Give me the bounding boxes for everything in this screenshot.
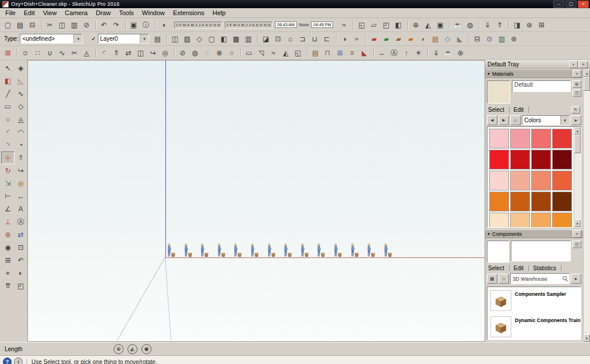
material-green-icon[interactable]: ▰ [380,33,393,45]
shadow-time-end[interactable]: 04:45 PM [311,22,333,28]
share-model-icon[interactable]: ⇑ [493,19,506,31]
menu-item[interactable]: View [39,9,61,16]
color-swatch[interactable] [552,192,572,211]
rotated-rectangle-tool[interactable]: ◇ [14,100,27,113]
save-file-icon[interactable]: ⊟ [26,19,38,31]
drape-icon[interactable]: ◹ [255,47,267,59]
protractor-tool[interactable]: ∠ [1,203,15,215]
material-name-field[interactable]: Default [512,80,571,92]
tab[interactable]: Statistics [533,265,561,271]
component-type-select[interactable]: <undefined> ▼ [20,34,83,44]
selection-toys-icon[interactable]: ∷ [31,47,44,59]
back-edges-icon[interactable]: ▨ [181,33,193,45]
draw-wall-icon[interactable]: ▤ [309,47,322,59]
list-item[interactable]: Dynamic Components Training [490,316,581,337]
render-options-icon[interactable]: ◍ [464,19,476,31]
maximize-button[interactable]: ▢ [566,1,577,8]
shape-tools-icon[interactable]: ◬ [80,47,93,59]
color-swatch[interactable] [552,150,572,169]
erase-icon[interactable]: ⊘ [80,19,93,31]
layer-visible-check[interactable]: ✓ [91,36,96,42]
shadow-date-slider[interactable]: J F M A M J J A S O N D [174,22,222,29]
tab[interactable]: Edit [514,107,529,113]
components-panel-header[interactable]: ▼ Components × [485,229,583,238]
shaded-textures-icon[interactable]: ▩ [230,33,242,45]
undo-icon[interactable]: ↶ [98,19,110,31]
menu-item[interactable]: Help [209,9,230,16]
cleanup-model-icon[interactable]: ⊘ [176,47,189,59]
color-swatch[interactable] [510,192,530,211]
solid-intersect-icon[interactable]: ⊗ [213,47,225,59]
monochrome-icon[interactable]: ▥ [242,33,255,45]
text-tool[interactable]: A [14,203,27,215]
person-component-instance[interactable] [333,243,342,257]
chevron-down-icon[interactable]: ▼ [487,232,490,236]
list-item[interactable]: Components Sampler [490,290,581,311]
pan-tool[interactable]: ⇄ [14,228,27,241]
from-contours-icon[interactable]: ≈ [267,47,280,59]
menu-item[interactable]: Extensions [169,9,209,16]
polygon-tool[interactable]: ◬ [14,113,27,126]
offset-tool[interactable]: ◎ [14,177,27,190]
section-plane-icon[interactable]: ◱ [355,19,368,31]
model-info-icon[interactable]: ⓘ [140,19,152,31]
tab[interactable]: Select [488,265,510,271]
component-name-field[interactable] [511,241,571,261]
scroll-up-icon[interactable]: ▲ [584,69,590,77]
scroll-down-icon[interactable]: ▼ [574,220,581,227]
section-plane-tool[interactable]: ◰ [14,280,27,292]
material-preview[interactable] [487,80,510,104]
help-icon[interactable]: ? [3,358,12,364]
circle-tool[interactable]: ○ [1,113,15,126]
look-around-tool[interactable]: ◐ [14,267,27,280]
person-component-instance[interactable] [350,243,359,257]
toggle-terrain-icon[interactable]: ◭ [422,19,434,31]
shaded-icon[interactable]: ◧ [218,33,230,45]
person-component-instance[interactable] [267,243,275,257]
scrollbar-thumb[interactable] [584,77,590,91]
toggle-terrain-icon[interactable]: ◭ [128,344,137,354]
person-component-instance[interactable] [250,243,259,257]
color-swatch[interactable] [510,213,530,228]
close-button[interactable]: × [578,1,589,8]
select-tool[interactable]: ↖ [1,62,15,75]
chevron-down-icon[interactable]: ▼ [560,116,569,125]
solid-subtract-icon[interactable]: ◌ [201,47,213,59]
color-swatch[interactable] [531,192,551,211]
zoom-extents-tool[interactable]: ⊞ [1,254,15,267]
make-component-tool[interactable]: ◈ [14,62,27,75]
extension-warehouse-icon[interactable]: ⊞ [535,19,547,31]
three-d-warehouse-icon[interactable]: ⊛ [454,47,467,59]
settings-gear-icon[interactable]: ⊛ [508,33,520,45]
sun-study-icon[interactable]: ☀ [412,47,425,59]
line-tool[interactable]: ╱ [1,87,15,100]
tab[interactable]: Select [488,107,510,113]
follow-me-keep-icon[interactable]: ↪ [147,47,159,59]
mirror-icon[interactable]: ⇄ [122,47,135,59]
add-location-icon[interactable]: ⊕ [114,344,123,354]
vegetation-icon[interactable]: ◗ [417,33,429,45]
arc-tool[interactable]: ◜ [1,126,15,139]
hidden-line-icon[interactable]: ▢ [206,33,218,45]
roof-texture-icon[interactable]: ◣ [454,33,466,45]
color-swatch[interactable] [552,213,572,228]
paste-icon[interactable]: ▥ [68,19,80,31]
color-swatch[interactable] [489,192,509,211]
material-red-icon[interactable]: ▰ [368,33,380,45]
two-point-arc-tool[interactable]: ◠ [14,126,27,139]
forward-button[interactable]: ► [499,115,509,125]
dimension-tool-icon[interactable]: ↔ [376,47,388,59]
open-file-icon[interactable]: ▤ [14,19,26,31]
paint-bucket-tool[interactable]: ◧ [1,75,15,87]
get-models-icon[interactable]: ⇓ [481,19,493,31]
draw-window-icon[interactable]: ⊞ [334,47,346,59]
menu-item[interactable]: Camera [61,9,91,16]
chevron-down-icon[interactable]: ▼ [487,72,490,76]
details-arrow-button[interactable]: ▸ [571,274,581,284]
weld-edges-icon[interactable]: ∪ [44,47,56,59]
round-corner-icon[interactable]: ◜ [98,47,110,59]
color-swatch[interactable] [489,213,509,228]
push-pull-tool[interactable]: ⇑ [14,151,27,164]
pie-tool[interactable]: ◔ [14,139,27,151]
person-component-instance[interactable] [200,243,209,257]
